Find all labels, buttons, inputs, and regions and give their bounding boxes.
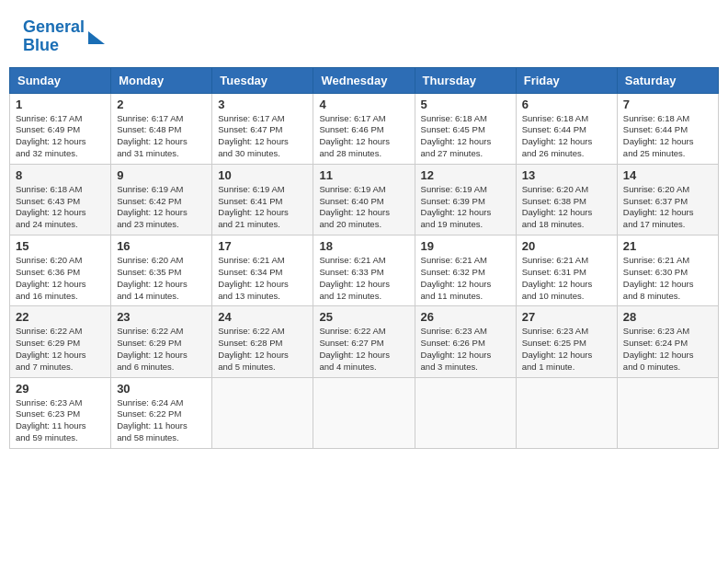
calendar-cell: 4Sunrise: 6:17 AMSunset: 6:46 PMDaylight… — [313, 93, 415, 164]
calendar-cell: 10Sunrise: 6:19 AMSunset: 6:41 PMDayligh… — [212, 164, 313, 235]
day-info: Sunrise: 6:23 AMSunset: 6:24 PMDaylight:… — [623, 326, 712, 373]
day-info: Sunrise: 6:17 AMSunset: 6:47 PMDaylight:… — [218, 113, 307, 160]
day-info: Sunrise: 6:17 AMSunset: 6:48 PMDaylight:… — [117, 113, 206, 160]
calendar-cell: 12Sunrise: 6:19 AMSunset: 6:39 PMDayligh… — [415, 164, 516, 235]
calendar-cell: 17Sunrise: 6:21 AMSunset: 6:34 PMDayligh… — [212, 236, 313, 306]
day-info: Sunrise: 6:23 AMSunset: 6:25 PMDaylight:… — [522, 326, 611, 373]
day-info: Sunrise: 6:22 AMSunset: 6:27 PMDaylight:… — [319, 326, 408, 373]
weekday-header: Wednesday — [313, 67, 415, 93]
calendar-cell: 1Sunrise: 6:17 AMSunset: 6:49 PMDaylight… — [10, 93, 111, 164]
day-number: 22 — [16, 310, 105, 324]
calendar-cell: 7Sunrise: 6:18 AMSunset: 6:44 PMDaylight… — [617, 93, 718, 164]
day-number: 9 — [117, 168, 206, 182]
day-number: 3 — [218, 98, 307, 111]
calendar-cell: 28Sunrise: 6:23 AMSunset: 6:24 PMDayligh… — [617, 306, 718, 377]
calendar-cell — [617, 377, 718, 448]
calendar-cell: 6Sunrise: 6:18 AMSunset: 6:44 PMDaylight… — [516, 93, 617, 164]
day-number: 5 — [421, 98, 510, 111]
day-number: 28 — [623, 310, 712, 324]
calendar-cell: 16Sunrise: 6:20 AMSunset: 6:35 PMDayligh… — [111, 236, 212, 306]
day-info: Sunrise: 6:24 AMSunset: 6:22 PMDaylight:… — [117, 397, 206, 444]
calendar-cell: 3Sunrise: 6:17 AMSunset: 6:47 PMDaylight… — [212, 93, 313, 164]
day-info: Sunrise: 6:21 AMSunset: 6:30 PMDaylight:… — [623, 255, 712, 302]
day-info: Sunrise: 6:20 AMSunset: 6:35 PMDaylight:… — [117, 255, 206, 302]
day-number: 1 — [16, 98, 105, 111]
calendar-cell: 19Sunrise: 6:21 AMSunset: 6:32 PMDayligh… — [415, 236, 516, 306]
calendar-cell: 13Sunrise: 6:20 AMSunset: 6:38 PMDayligh… — [516, 164, 617, 235]
day-info: Sunrise: 6:18 AMSunset: 6:45 PMDaylight:… — [421, 113, 510, 160]
day-number: 2 — [117, 98, 206, 111]
day-info: Sunrise: 6:18 AMSunset: 6:44 PMDaylight:… — [522, 113, 611, 160]
calendar-cell: 8Sunrise: 6:18 AMSunset: 6:43 PMDaylight… — [10, 164, 111, 235]
day-info: Sunrise: 6:22 AMSunset: 6:29 PMDaylight:… — [16, 326, 105, 373]
day-number: 14 — [623, 168, 712, 182]
calendar-cell: 14Sunrise: 6:20 AMSunset: 6:37 PMDayligh… — [617, 164, 718, 235]
calendar-cell — [516, 377, 617, 448]
day-number: 18 — [319, 239, 408, 253]
logo-arrow-icon — [88, 31, 105, 44]
calendar-table: SundayMondayTuesdayWednesdayThursdayFrid… — [9, 67, 719, 449]
day-number: 29 — [16, 382, 105, 396]
day-number: 30 — [117, 382, 206, 396]
day-info: Sunrise: 6:19 AMSunset: 6:41 PMDaylight:… — [218, 184, 307, 231]
day-info: Sunrise: 6:23 AMSunset: 6:23 PMDaylight:… — [16, 397, 105, 444]
day-info: Sunrise: 6:22 AMSunset: 6:29 PMDaylight:… — [117, 326, 206, 373]
day-number: 10 — [218, 168, 307, 182]
day-info: Sunrise: 6:20 AMSunset: 6:36 PMDaylight:… — [16, 255, 105, 302]
day-number: 24 — [218, 310, 307, 324]
day-info: Sunrise: 6:19 AMSunset: 6:40 PMDaylight:… — [319, 184, 408, 231]
day-number: 15 — [16, 239, 105, 253]
day-info: Sunrise: 6:18 AMSunset: 6:43 PMDaylight:… — [16, 184, 105, 231]
calendar-cell: 18Sunrise: 6:21 AMSunset: 6:33 PMDayligh… — [313, 236, 415, 306]
calendar-cell: 23Sunrise: 6:22 AMSunset: 6:29 PMDayligh… — [111, 306, 212, 377]
calendar-cell: 11Sunrise: 6:19 AMSunset: 6:40 PMDayligh… — [313, 164, 415, 235]
day-number: 20 — [522, 239, 611, 253]
day-info: Sunrise: 6:21 AMSunset: 6:34 PMDaylight:… — [218, 255, 307, 302]
day-number: 19 — [421, 239, 510, 253]
weekday-header: Monday — [111, 67, 212, 93]
calendar-cell: 30Sunrise: 6:24 AMSunset: 6:22 PMDayligh… — [111, 377, 212, 448]
calendar-cell: 27Sunrise: 6:23 AMSunset: 6:25 PMDayligh… — [516, 306, 617, 377]
calendar-cell: 24Sunrise: 6:22 AMSunset: 6:28 PMDayligh… — [212, 306, 313, 377]
weekday-header: Thursday — [415, 67, 516, 93]
calendar-cell: 20Sunrise: 6:21 AMSunset: 6:31 PMDayligh… — [516, 236, 617, 306]
day-number: 4 — [319, 98, 408, 111]
day-number: 26 — [421, 310, 510, 324]
calendar-cell: 2Sunrise: 6:17 AMSunset: 6:48 PMDaylight… — [111, 93, 212, 164]
day-info: Sunrise: 6:21 AMSunset: 6:32 PMDaylight:… — [421, 255, 510, 302]
day-number: 8 — [16, 168, 105, 182]
day-number: 23 — [117, 310, 206, 324]
day-info: Sunrise: 6:23 AMSunset: 6:26 PMDaylight:… — [421, 326, 510, 373]
logo: General Blue — [23, 18, 105, 55]
weekday-header: Tuesday — [212, 67, 313, 93]
weekday-header: Saturday — [617, 67, 718, 93]
calendar-cell: 9Sunrise: 6:19 AMSunset: 6:42 PMDaylight… — [111, 164, 212, 235]
calendar-cell — [415, 377, 516, 448]
calendar-cell: 22Sunrise: 6:22 AMSunset: 6:29 PMDayligh… — [10, 306, 111, 377]
calendar-cell: 5Sunrise: 6:18 AMSunset: 6:45 PMDaylight… — [415, 93, 516, 164]
calendar-cell: 21Sunrise: 6:21 AMSunset: 6:30 PMDayligh… — [617, 236, 718, 306]
day-info: Sunrise: 6:21 AMSunset: 6:31 PMDaylight:… — [522, 255, 611, 302]
day-number: 25 — [319, 310, 408, 324]
weekday-header: Friday — [516, 67, 617, 93]
day-info: Sunrise: 6:17 AMSunset: 6:49 PMDaylight:… — [16, 113, 105, 160]
calendar-cell — [313, 377, 415, 448]
day-number: 27 — [522, 310, 611, 324]
day-number: 13 — [522, 168, 611, 182]
day-info: Sunrise: 6:21 AMSunset: 6:33 PMDaylight:… — [319, 255, 408, 302]
day-number: 21 — [623, 239, 712, 253]
day-number: 12 — [421, 168, 510, 182]
logo-text: General Blue — [23, 18, 85, 55]
page-header: General Blue — [9, 9, 719, 60]
weekday-header: Sunday — [10, 67, 111, 93]
day-number: 7 — [623, 98, 712, 111]
day-info: Sunrise: 6:18 AMSunset: 6:44 PMDaylight:… — [623, 113, 712, 160]
day-info: Sunrise: 6:19 AMSunset: 6:39 PMDaylight:… — [421, 184, 510, 231]
calendar-cell: 15Sunrise: 6:20 AMSunset: 6:36 PMDayligh… — [10, 236, 111, 306]
day-info: Sunrise: 6:20 AMSunset: 6:37 PMDaylight:… — [623, 184, 712, 231]
day-number: 16 — [117, 239, 206, 253]
day-info: Sunrise: 6:22 AMSunset: 6:28 PMDaylight:… — [218, 326, 307, 373]
calendar-cell: 26Sunrise: 6:23 AMSunset: 6:26 PMDayligh… — [415, 306, 516, 377]
day-number: 17 — [218, 239, 307, 253]
day-info: Sunrise: 6:19 AMSunset: 6:42 PMDaylight:… — [117, 184, 206, 231]
